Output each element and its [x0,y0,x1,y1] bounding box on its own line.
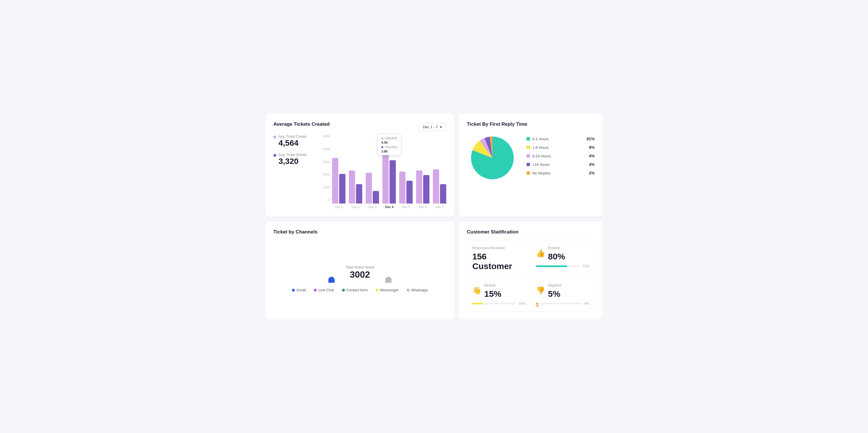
channel-legend-item: Email [292,288,306,292]
customer-title: Customer Statification [467,229,595,235]
bar-create [382,154,389,204]
pie-legend-item: 0-1 Hours 81% [527,137,595,141]
donut-container: Total Active ticket 3002 Email Live Chat… [273,240,446,292]
negative-cell: 👎 Negative 5% 4% [531,278,594,311]
bar-group: Dec 1 [332,158,345,209]
bar-create [399,172,405,204]
bar-solved [356,184,362,204]
bar-day-label: Dec 1 [335,205,343,209]
bar-pair [416,170,429,204]
neutral-cell: 👋 Neutral 15% 24% [467,278,531,311]
bar-create [332,158,338,204]
bar-day-label: Dec 5 [402,205,410,209]
date-picker-button[interactable]: Dec 1 - 7 ▾ [418,123,446,131]
bar-chart: 500040003000200010000 Dec 1Dec 2Dec 3 CR… [323,135,446,209]
positive-bar-fill [536,265,567,267]
legend-solved-value: 3,320 [279,157,307,166]
bar-day-label: Dec 3 [369,205,377,209]
positive-info: Positive 80% [548,246,565,262]
bar-solved [373,191,379,204]
donut-value: 3002 [346,269,374,280]
pie-legend-item: >24 Hours 4% [527,162,595,167]
pie-legend: 0-1 Hours 81% 1-8 Hours 9% 8-24 Hours 4%… [527,137,595,179]
channel-dot [342,289,345,292]
pie-legend-label: No Replies [532,171,551,175]
donut-center: Total Active ticket 3002 [346,265,374,280]
channels-title: Ticket by Channels [273,229,446,235]
bar-pair [399,172,413,204]
customer-grid: Responses Received 156 Customer 👍 Positi… [467,240,595,312]
bar-solved [339,174,345,204]
channel-dot [376,289,378,292]
negative-pct: 5% [548,289,561,299]
positive-bar-row: 72% [536,264,589,268]
positive-bar-track [536,265,580,267]
legend-solved-label: Avg. Ticket Solved [279,153,307,157]
bar-create [349,170,355,204]
bar-group: Dec 3 [366,173,379,209]
channel-legend-item: Whatsapp [407,288,428,292]
legend-solved-dot [273,154,276,157]
negative-bar-track [536,303,581,305]
reply-time-card: Ticket By First Reply Time 0-1 Hours 81%… [459,113,602,216]
neutral-bar-row: 24% [472,301,525,306]
channel-label: Contact form [347,288,368,292]
legend-create: Avg. Ticket Create 4,564 [273,135,316,148]
neutral-bar-fill [472,303,483,305]
bar-group: Dec 5 [399,172,413,209]
reply-time-title: Ticket By First Reply Time [467,121,595,127]
neutral-icon: 👋 [472,286,481,295]
legend-create-info: Avg. Ticket Create 4,564 [279,135,306,148]
pie-legend-dot [527,171,530,175]
channel-dot [292,289,295,292]
bar-group: Dec 2 [349,170,362,209]
pie-legend-label: >24 Hours [532,163,549,167]
chevron-down-icon: ▾ [440,125,442,129]
bar-pair [433,169,446,204]
pie-legend-item: 8-24 Hours 4% [527,154,595,158]
pie-legend-label: 8-24 Hours [532,154,551,158]
channels-card: Ticket by Channels Total Active ticket 3… [266,221,454,320]
bar-day-label: Dec 4 [385,205,393,209]
bar-create [416,170,422,204]
legend-create-dot [273,136,276,139]
neutral-info: Neutral 15% [484,283,501,299]
pie-legend-pct: 2% [589,171,595,175]
bar-group: CREATE 4.3K SOLVED 3.8K Dec 4 [382,154,396,209]
neutral-bar-track [472,303,516,305]
legend-solved-info: Avg. Ticket Solved 3,320 [279,153,307,166]
negative-header: 👎 Negative 5% [536,283,589,299]
channel-legend-item: Live Chat [314,288,334,292]
bar-group: Dec 6 [416,170,429,209]
bar-group: Dec 7 [433,169,446,209]
negative-bar-row: 4% [536,301,589,306]
responses-sublabel: Responses Received [472,246,525,250]
pie-legend-dot [527,163,530,166]
channel-legend-item: Contact form [342,288,368,292]
bar-create [433,169,439,204]
channel-legend: Email Live Chat Contact form Messenger W… [292,288,428,292]
channel-dot [314,289,317,292]
bars-area: Dec 1Dec 2Dec 3 CREATE 4.3K SOLVED 3.8K … [332,135,446,209]
thumbs-up-icon: 👍 [536,249,545,258]
pie-legend-label: 0-1 Hours [532,137,549,141]
channel-dot [407,289,409,292]
pie-legend-dot [527,146,530,149]
pie-legend-pct: 9% [589,145,595,150]
channel-label: Email [297,288,306,292]
neutral-label: Neutral [484,283,501,287]
bar-pair [349,170,362,204]
dashboard: Average Tickets Created Dec 1 - 7 ▾ Avg.… [263,111,605,322]
neutral-bar-label: 24% [519,301,525,306]
channel-label: Whatsapp [411,288,428,292]
legend-create-value: 4,564 [279,139,306,148]
y-axis: 500040003000200010000 [323,135,332,209]
pie-legend-pct: 4% [589,162,595,167]
chart-header: Average Tickets Created Dec 1 - 7 ▾ [273,121,446,132]
channel-label: Messenger [380,288,398,292]
pie-legend-dot [527,137,530,141]
pie-legend-item: 1-8 Hours 9% [527,145,595,150]
bar-day-label: Dec 2 [352,205,360,209]
channel-legend-item: Messenger [376,288,398,292]
neutral-header: 👋 Neutral 15% [472,283,525,299]
